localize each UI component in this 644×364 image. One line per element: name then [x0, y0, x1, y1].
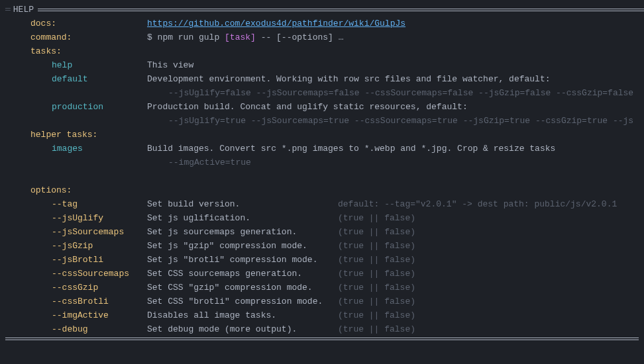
- option-row: --jsUglifySet js uglification.(true || f…: [0, 211, 644, 225]
- task-desc: Development environment. Working with ro…: [147, 72, 644, 86]
- options-header-row: options:: [0, 183, 644, 197]
- docs-link[interactable]: https://github.com/exodus4d/pathfinder/w…: [147, 19, 405, 28]
- option-name: --jsUglify: [52, 211, 147, 225]
- task-flags: --imgActive=true: [0, 156, 644, 169]
- option-name: --cssGzip: [52, 281, 147, 295]
- option-row: --debugSet debug mode (more output).(tru…: [0, 322, 644, 336]
- option-hint: (true || false): [338, 253, 415, 267]
- task-name-default: default: [52, 72, 147, 86]
- helper-tasks-label: helper tasks:: [30, 128, 97, 142]
- helper-tasks-header-row: helper tasks:: [0, 128, 644, 142]
- option-desc: Set js sourcemaps generation.: [147, 225, 338, 239]
- task-row: production Production build. Concat and …: [0, 100, 644, 114]
- option-name: --cssBrotli: [52, 295, 147, 308]
- header-line: ═ HELP: [0, 0, 644, 17]
- task-name-help: help: [52, 58, 147, 72]
- header-title: HELP: [13, 3, 34, 17]
- tasks-label: tasks:: [30, 44, 62, 58]
- option-row: --cssSourcemapsSet CSS sourcemaps genera…: [0, 267, 644, 281]
- option-hint: (true || false): [338, 308, 415, 322]
- option-desc: Set js "brotli" compression mode.: [147, 253, 338, 267]
- option-desc: Set CSS "brotli" compression mode.: [147, 295, 338, 308]
- option-hint: (true || false): [338, 225, 415, 239]
- task-desc: Production build. Concat and uglify stat…: [147, 100, 644, 114]
- option-desc: Set js "gzip" compression mode.: [147, 239, 338, 253]
- option-row: --jsGzipSet js "gzip" compression mode.(…: [0, 239, 644, 253]
- option-name: --jsGzip: [52, 239, 147, 253]
- docs-row: docs: https://github.com/exodus4d/pathfi…: [0, 17, 644, 30]
- option-row: --jsBrotliSet js "brotli" compression mo…: [0, 253, 644, 267]
- option-hint: (true || false): [338, 267, 415, 281]
- option-name: --jsSourcemaps: [52, 225, 147, 239]
- option-hint: (true || false): [338, 295, 415, 308]
- blank-line: [0, 169, 644, 183]
- command-prefix: $ npm run gulp: [147, 32, 225, 42]
- task-desc: Build images. Convert src *.png images t…: [147, 142, 644, 156]
- task-flags: --jsUglify=false --jsSourcemaps=false --…: [0, 86, 644, 100]
- option-desc: Set js uglification.: [147, 211, 338, 225]
- command-row: command: $ npm run gulp [task] -- [--opt…: [0, 30, 644, 44]
- command-suffix: -- [--options] …: [256, 32, 344, 42]
- option-hint: default: --tag="v2.0.1" -> dest path: pu…: [338, 197, 617, 211]
- task-name-production: production: [52, 100, 147, 114]
- command-text: $ npm run gulp [task] -- [--options] …: [147, 30, 644, 44]
- option-hint: (true || false): [338, 281, 415, 295]
- option-hint: (true || false): [338, 239, 415, 253]
- tasks-header-row: tasks:: [0, 44, 644, 58]
- task-flags: --jsUglify=true --jsSourcemaps=true --cs…: [0, 114, 644, 128]
- option-name: --cssSourcemaps: [52, 267, 147, 281]
- task-row: images Build images. Convert src *.png i…: [0, 142, 644, 156]
- option-desc: Set CSS "gzip" compression mode.: [147, 281, 338, 295]
- options-label: options:: [30, 183, 72, 197]
- option-hint: (true || false): [338, 322, 415, 336]
- task-name-images: images: [52, 142, 147, 156]
- option-name: --jsBrotli: [52, 253, 147, 267]
- help-panel: ═ HELP docs: https://github.com/exodus4d…: [0, 0, 644, 339]
- option-name: --debug: [52, 322, 147, 336]
- option-row: --imgActiveDisables all image tasks.(tru…: [0, 308, 644, 322]
- docs-label: docs:: [30, 17, 147, 30]
- task-row: default Development environment. Working…: [0, 72, 644, 86]
- option-row: --tagSet build version.default: --tag="v…: [0, 197, 644, 211]
- option-row: --cssBrotliSet CSS "brotli" compression …: [0, 295, 644, 308]
- option-desc: Disables all image tasks.: [147, 308, 338, 322]
- command-task: [task]: [225, 32, 256, 42]
- option-desc: Set CSS sourcemaps generation.: [147, 267, 338, 281]
- command-label: command:: [30, 30, 147, 44]
- footer-line: [0, 336, 644, 339]
- option-name: --tag: [52, 197, 147, 211]
- task-row: help This view: [0, 58, 644, 72]
- task-desc: This view: [147, 58, 644, 72]
- option-hint: (true || false): [338, 211, 415, 225]
- option-row: --cssGzipSet CSS "gzip" compression mode…: [0, 281, 644, 295]
- option-row: --jsSourcemapsSet js sourcemaps generati…: [0, 225, 644, 239]
- option-desc: Set build version.: [147, 197, 338, 211]
- option-name: --imgActive: [52, 308, 147, 322]
- header-decor-left: ═: [0, 3, 13, 17]
- option-desc: Set debug mode (more output).: [147, 322, 338, 336]
